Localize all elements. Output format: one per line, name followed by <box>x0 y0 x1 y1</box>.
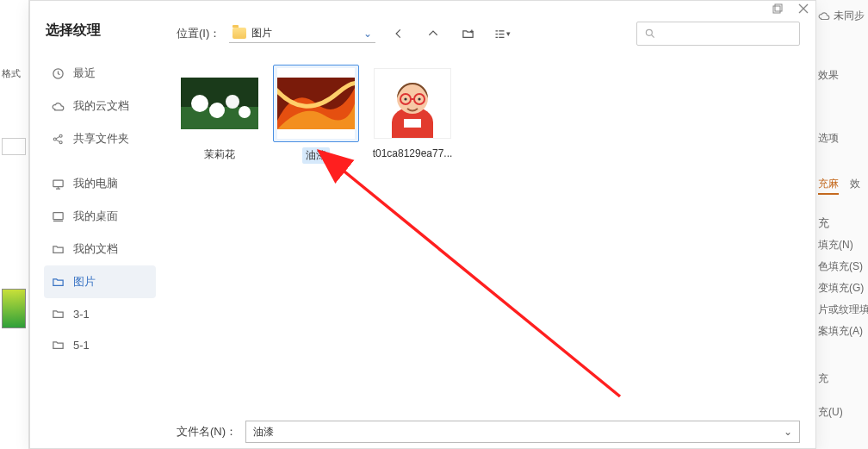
share-icon <box>51 132 65 146</box>
sidebar-item-docs[interactable]: 我的文档 <box>44 233 156 265</box>
filename-row: 文件名(N)： 油漆 ⌄ <box>177 421 800 443</box>
sidebar-item-folder-3-1[interactable]: 3-1 <box>44 298 156 329</box>
bg-right-tab-active: 充麻 <box>818 177 839 195</box>
thumbnail-image <box>181 78 258 129</box>
filename-combo[interactable]: 油漆 ⌄ <box>245 421 800 443</box>
svg-point-21 <box>418 97 420 100</box>
desktop-icon <box>51 209 65 223</box>
sidebar-item-label: 我的文档 <box>73 241 118 257</box>
filename-value: 油漆 <box>253 425 274 440</box>
sidebar-item-desktop[interactable]: 我的桌面 <box>44 200 156 233</box>
location-label: 位置(I)： <box>177 26 220 41</box>
nav-up-button[interactable] <box>422 22 444 45</box>
file-item-avatar[interactable]: t01ca8129ea77... <box>369 65 456 166</box>
chevron-down-icon: ⌄ <box>363 28 372 40</box>
thumbnail-image <box>277 78 355 129</box>
svg-point-14 <box>239 106 251 118</box>
file-label: 油漆 <box>302 147 330 164</box>
bg-slide-thumb-2 <box>2 289 26 328</box>
folder-icon <box>51 307 65 321</box>
sidebar-item-label: 共享文件夹 <box>73 131 129 147</box>
new-folder-button[interactable] <box>456 22 479 45</box>
chevron-down-icon: ⌄ <box>784 426 792 438</box>
sidebar-item-label: 5-1 <box>73 339 90 352</box>
bg-slide-thumb-1 <box>2 138 26 155</box>
cloud-icon <box>51 99 65 113</box>
file-label: 茉莉花 <box>177 147 263 162</box>
svg-point-11 <box>191 95 208 112</box>
sidebar-item-label: 我的云文档 <box>73 98 129 114</box>
svg-point-8 <box>646 29 652 35</box>
folder-icon <box>51 242 65 256</box>
location-value: 图片 <box>251 26 272 41</box>
sidebar-item-label: 3-1 <box>73 308 90 321</box>
dialog-sidebar: 选择纹理 最近 我的云文档 共享文件夹 我的电脑 我的桌面 <box>30 1 161 448</box>
folder-icon <box>232 28 246 39</box>
svg-point-12 <box>209 103 225 118</box>
sidebar-item-pictures[interactable]: 图片 <box>44 265 156 298</box>
svg-rect-7 <box>53 212 62 219</box>
open-file-dialog: 选择纹理 最近 我的云文档 共享文件夹 我的电脑 我的桌面 <box>29 0 816 449</box>
bg-right-panel: 未同步 效果 选项 充麻 效 充 填充(N) 色填充(S) 变填充(G) 片或纹… <box>816 0 868 449</box>
location-row: 位置(I)： 图片 ⌄ ▾ <box>177 22 800 46</box>
sidebar-item-label: 我的桌面 <box>73 209 118 224</box>
sidebar-item-label: 图片 <box>73 274 96 290</box>
file-item-paint[interactable]: 油漆 <box>273 65 359 166</box>
clock-icon <box>51 66 65 80</box>
svg-point-13 <box>226 95 239 109</box>
file-label: t01ca8129ea77... <box>369 147 456 159</box>
dialog-title: 选择纹理 <box>46 22 156 40</box>
sidebar-item-cloud[interactable]: 我的云文档 <box>44 90 156 122</box>
file-item-flower[interactable]: 茉莉花 <box>177 65 263 166</box>
search-icon <box>644 28 656 40</box>
sidebar-item-recent[interactable]: 最近 <box>44 57 156 90</box>
folder-icon <box>51 275 65 289</box>
sidebar-item-computer[interactable]: 我的电脑 <box>44 167 156 200</box>
location-combo[interactable]: 图片 ⌄ <box>229 24 375 43</box>
svg-point-20 <box>404 97 406 100</box>
sync-label: 未同步 <box>834 9 865 23</box>
folder-icon <box>51 338 65 352</box>
view-mode-button[interactable]: ▾ <box>491 22 513 45</box>
thumbnail-image <box>385 69 440 138</box>
computer-icon <box>51 177 65 190</box>
sidebar-item-shared[interactable]: 共享文件夹 <box>44 122 156 155</box>
sidebar-item-folder-5-1[interactable]: 5-1 <box>44 329 156 360</box>
bg-left-strip: 格式 <box>0 0 29 449</box>
sidebar-item-label: 最近 <box>73 65 96 81</box>
dialog-main-area: 位置(I)： 图片 ⌄ ▾ <box>161 1 815 448</box>
search-input[interactable] <box>636 22 800 46</box>
cloud-sync-icon <box>818 10 830 22</box>
filename-label: 文件名(N)： <box>177 424 237 440</box>
sidebar-item-label: 我的电脑 <box>73 176 118 191</box>
bg-top-left-label: 格式 <box>2 67 21 80</box>
svg-rect-6 <box>53 180 62 187</box>
file-thumbnail-grid: 茉莉花 油漆 <box>177 65 800 166</box>
nav-back-button[interactable] <box>388 22 410 45</box>
